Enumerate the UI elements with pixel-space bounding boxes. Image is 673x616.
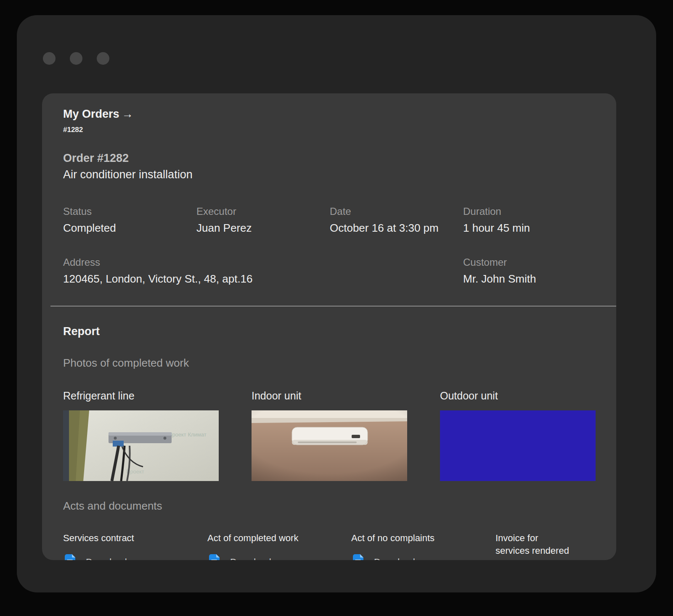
field-date-label: Date [330, 206, 463, 217]
field-date-value: October 16 at 3:30 pm [330, 222, 463, 235]
field-customer-label: Customer [463, 256, 595, 268]
order-subtitle: Air conditioner installation [63, 168, 595, 181]
order-fields-row-1: Status Completed Executor Juan Perez Dat… [63, 206, 595, 235]
window-dot[interactable] [97, 52, 109, 65]
field-customer: Customer Mr. John Smith [463, 256, 595, 286]
photo-card-refrigerant-line: Refrigerant line Проект Кл [63, 390, 219, 481]
field-duration: Duration 1 hour 45 min [463, 206, 595, 235]
field-duration-value: 1 hour 45 min [463, 222, 595, 235]
photo-indoor-unit[interactable] [252, 410, 407, 481]
photo-outdoor-unit[interactable] [440, 410, 596, 481]
field-status-label: Status [63, 206, 196, 217]
document-label: Act of completed work [207, 532, 351, 545]
breadcrumb[interactable]: My Orders→ [63, 108, 595, 121]
document-label: Act of no complaints [351, 532, 495, 545]
file-download-icon [63, 554, 78, 560]
photo-card-indoor-unit: Indoor unit [252, 390, 407, 481]
download-label[interactable]: Download [86, 557, 127, 560]
document-act-completed-work: Act of completed work Downlo [207, 532, 351, 560]
documents-grid: Services contract Download [63, 532, 595, 560]
field-address-value: 120465, London, Victory St., 48, apt.16 [63, 272, 463, 286]
download-label[interactable]: Download [230, 557, 271, 560]
document-label: Services contract [63, 532, 207, 545]
report-title: Report [63, 325, 595, 338]
document-label: Invoice for services rendered [495, 532, 573, 557]
file-download-icon [351, 554, 366, 560]
photos-heading: Photos of completed work [63, 357, 595, 370]
field-executor-label: Executor [196, 206, 330, 217]
photos-grid: Refrigerant line Проект Кл [63, 390, 595, 481]
app-window: My Orders→ #1282 Order #1282 Air conditi… [17, 15, 656, 592]
documents-heading: Acts and documents [63, 500, 595, 513]
order-heading: Order #1282 Air conditioner installation [63, 152, 595, 181]
photo-card-outdoor-unit: Outdoor unit [440, 390, 596, 481]
download-act-no-complaints-button[interactable]: Download [351, 554, 495, 560]
order-detail-card: My Orders→ #1282 Order #1282 Air conditi… [42, 93, 616, 560]
window-dot[interactable] [43, 52, 56, 65]
file-download-icon [207, 554, 223, 560]
field-address: Address 120465, London, Victory St., 48,… [63, 256, 463, 286]
field-duration-label: Duration [463, 206, 595, 217]
order-fields-row-2: Address 120465, London, Victory St., 48,… [63, 256, 595, 286]
section-divider [50, 306, 616, 307]
document-invoice-services: Invoice for services rendered [495, 532, 595, 560]
arrow-right-icon: → [122, 108, 133, 120]
window-dot[interactable] [70, 52, 82, 65]
breadcrumb-order-number: #1282 [63, 126, 595, 134]
document-act-no-complaints: Act of no complaints Downloa [351, 532, 495, 560]
download-act-completed-work-button[interactable]: Download [207, 554, 351, 560]
field-date: Date October 16 at 3:30 pm [330, 206, 463, 235]
field-customer-value: Mr. John Smith [463, 272, 595, 286]
field-status: Status Completed [63, 206, 196, 235]
breadcrumb-my-orders-link[interactable]: My Orders [63, 108, 119, 120]
photo-refrigerant-line[interactable]: Проект Климат Проект [63, 410, 219, 481]
field-executor: Executor Juan Perez [196, 206, 330, 235]
download-services-contract-button[interactable]: Download [63, 554, 207, 560]
download-label[interactable]: Download [374, 557, 415, 560]
svg-text:Проект Климат: Проект Климат [168, 431, 207, 438]
order-title: Order #1282 [63, 152, 595, 165]
document-services-contract: Services contract Download [63, 532, 207, 560]
photo-label: Refrigerant line [63, 390, 219, 402]
field-address-label: Address [63, 256, 463, 268]
field-status-value: Completed [63, 222, 196, 235]
photo-label: Outdoor unit [440, 390, 596, 402]
field-executor-value: Juan Perez [196, 222, 330, 235]
photo-label: Indoor unit [252, 390, 407, 402]
window-controls [43, 52, 109, 65]
